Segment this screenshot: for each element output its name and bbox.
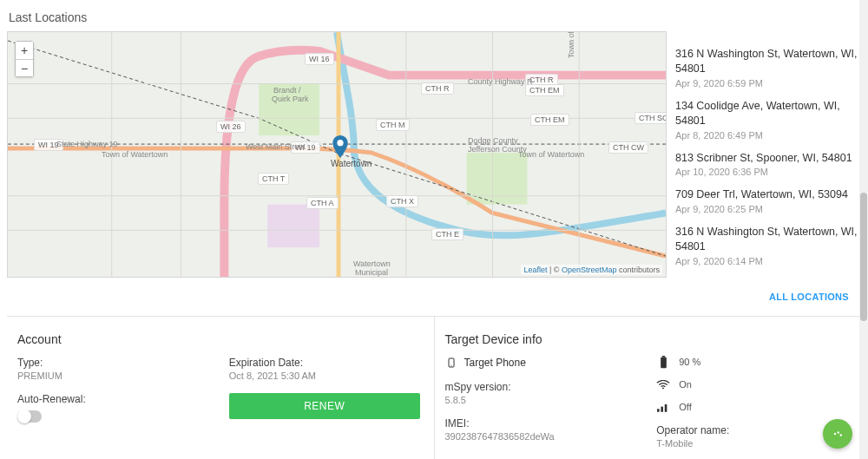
operator-label: Operator name: [656,424,851,436]
location-address: 316 N Washington St, Watertown, WI, 5480… [675,225,861,254]
location-list: 316 N Washington St, Watertown, WI, 5480… [675,31,861,278]
renew-button[interactable]: RENEW [229,393,420,419]
svg-point-9 [662,387,664,389]
label-brandt2: Quirk Park [272,95,309,103]
label-county-hwy-r: County Highway R [468,77,533,86]
attrib-tail: contributors [616,266,660,274]
svg-point-15 [840,434,842,436]
expiration-value: Oct 8, 2021 5:30 AM [229,370,424,381]
label-westmain: West Main Street [246,142,306,151]
svg-rect-12 [665,404,667,412]
account-title: Account [17,332,424,346]
location-address: 134 Coolidge Ave, Watertown, WI, 54801 [675,99,861,128]
signal-value: Off [679,402,691,412]
map-attribution: Leaflet | © OpenStreetMap contributors [521,265,662,275]
auto-renew-label: Auto-Renewal: [17,393,212,405]
location-item[interactable]: 813 Scribner St, Spooner, WI, 54801 Apr … [675,151,861,178]
auto-renew-toggle[interactable] [17,410,42,423]
svg-rect-8 [662,356,665,357]
label-town: Town of Watertown [102,150,168,159]
label-dodge: Dodge County [468,136,518,145]
location-timestamp: Apr 9, 2020 6:59 PM [675,78,861,89]
label-cth-t: CTH T [258,173,289,185]
signal-icon [656,402,670,412]
location-item[interactable]: 316 N Washington St, Watertown, WI, 5480… [675,47,861,89]
svg-rect-7 [661,357,667,368]
label-cth-cw: CTH CW [608,141,648,154]
svg-point-4 [337,140,343,146]
attrib-sep: | © [547,266,561,274]
label-town2: Town of Watertown [518,150,584,159]
svg-rect-11 [661,406,664,411]
bottom-panels: Account Type: PREMIUM Auto-Renewal: Expi… [7,317,861,459]
location-timestamp: Apr 10, 2020 6:36 PM [675,167,861,177]
imei-label: IMEI: [445,417,640,429]
label-wi26: WI 26 [216,121,246,133]
svg-point-13 [834,433,836,435]
label-muni2: Municipal [355,268,388,277]
account-type-value: PREMIUM [17,370,212,381]
mspy-label: mSpy version: [445,381,640,393]
all-locations-link[interactable]: ALL LOCATIONS [769,292,849,302]
expiration-label: Expiration Date: [229,357,424,369]
location-timestamp: Apr 9, 2020 6:25 PM [675,204,861,214]
operator-value: T-Mobile [656,438,851,449]
location-item[interactable]: 709 Deer Trl, Watertown, WI, 53094 Apr 9… [675,187,861,214]
chat-icon [830,426,845,442]
label-wi16: WI 16 [305,53,334,65]
last-locations-title: Last Locations [9,10,861,24]
location-address: 813 Scribner St, Spooner, WI, 54801 [675,151,861,166]
label-cth-a: CTH A [306,197,339,209]
map-container[interactable]: + − Watertown WI 16 WI 26 WI 19 WI 19 St… [7,31,667,278]
svg-rect-3 [267,205,319,248]
label-cth-sc: CTH SC [635,112,667,124]
map-zoom-control: + − [15,41,34,77]
vertical-scrollbar[interactable] [859,0,868,459]
account-type-label: Type: [17,357,212,369]
marker-label: Watertown [331,159,372,168]
device-panel: Target Device info Target Phone mSpy ver… [434,317,862,459]
chat-fab[interactable] [823,419,852,449]
label-cth-e: CTH E [431,228,464,240]
phone-icon [445,357,457,369]
svg-rect-10 [657,409,660,412]
label-cth-r: CTH R [421,82,454,95]
svg-point-6 [450,365,451,366]
wifi-value: On [679,379,692,390]
location-timestamp: Apr 9, 2020 6:14 PM [675,256,861,266]
label-cth-x: CTH X [386,195,418,207]
account-panel: Account Type: PREMIUM Auto-Renewal: Expi… [7,317,434,459]
label-cth-m: CTH M [376,119,410,131]
label-emmet: Town of Emmet [567,31,575,58]
label-cth-em: CTH EM [525,84,564,96]
location-timestamp: Apr 8, 2020 6:49 PM [675,130,861,141]
wifi-icon [656,379,670,390]
label-brandt: Brandt / [273,86,301,95]
scrollbar-thumb[interactable] [860,193,867,321]
zoom-in-button[interactable]: + [16,42,33,59]
location-address: 316 N Washington St, Watertown, WI, 5480… [675,47,861,76]
label-state19: State Highway 19 [56,140,118,148]
last-locations-panel: + − Watertown WI 16 WI 26 WI 19 WI 19 St… [7,31,861,278]
battery-value: 90 % [679,357,700,367]
imei-value: 3902387647836582deWa [445,431,640,442]
zoom-out-button[interactable]: − [16,59,33,76]
label-muni1: Watertown [353,259,391,268]
battery-icon [656,357,670,367]
device-title: Target Device info [445,332,852,346]
osm-link[interactable]: OpenStreetMap [562,266,617,274]
label-cth-em2: CTH EM [530,114,569,126]
location-item[interactable]: 134 Coolidge Ave, Watertown, WI, 54801 A… [675,99,861,141]
map-marker[interactable] [332,135,348,158]
location-item[interactable]: 316 N Washington St, Watertown, WI, 5480… [675,225,861,266]
location-address: 709 Deer Trl, Watertown, WI, 53094 [675,187,861,202]
label-jefferson: Jefferson County [468,145,527,154]
svg-point-14 [838,431,839,433]
target-phone-label: Target Phone [464,357,526,369]
leaflet-link[interactable]: Leaflet [523,266,547,274]
mspy-value: 5.8.5 [445,395,640,405]
